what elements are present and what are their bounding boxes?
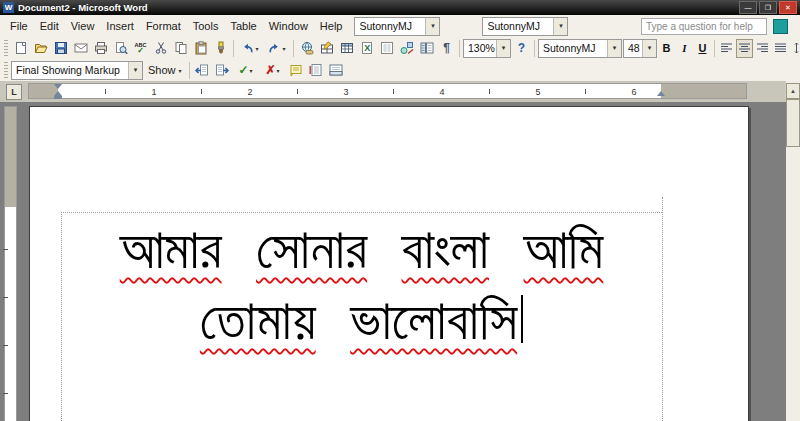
font-name-value: SutonnyMJ (539, 42, 607, 54)
text-boundary-top (61, 212, 662, 213)
text-cursor (521, 295, 523, 343)
keyboard-indicator-badge[interactable] (773, 19, 788, 34)
columns-button[interactable] (377, 39, 396, 58)
toolbar-separator (459, 40, 460, 57)
scrollbar-thumb[interactable] (786, 99, 800, 147)
right-indent-marker[interactable] (657, 91, 665, 96)
keyboard-font-combo-2-value: SutonnyMJ (483, 20, 553, 32)
show-menu-button[interactable]: Show ▾ (144, 61, 186, 80)
text-line-1[interactable]: আমার সোনার বাংলা আমি (61, 214, 662, 285)
copy-button[interactable] (171, 39, 190, 58)
ruler-right-margin-zone (661, 84, 746, 98)
italic-button[interactable]: I (676, 39, 693, 57)
open-folder-icon (34, 41, 48, 55)
bold-button[interactable]: B (658, 39, 675, 57)
toolbar-separator (293, 40, 294, 57)
vertical-ruler-ticks (3, 202, 8, 421)
cut-button[interactable] (151, 39, 170, 58)
chevron-down-icon: ▾ (425, 18, 439, 35)
tables-and-borders-button[interactable] (317, 39, 336, 58)
new-document-button[interactable] (11, 39, 30, 58)
display-for-review-combo[interactable]: Final Showing Markup ▾ (11, 61, 143, 80)
line-spacing-button[interactable]: ▾ (790, 39, 800, 58)
chevron-down-icon: ▾ (277, 67, 280, 74)
align-right-button[interactable] (754, 39, 771, 58)
undo-button[interactable]: ▾ (237, 39, 263, 58)
reject-change-button[interactable]: ✗ ▾ (260, 61, 286, 80)
scroll-up-button[interactable]: ▲ (786, 83, 800, 99)
comment-note-icon (289, 63, 303, 77)
insert-hyperlink-button[interactable] (297, 39, 316, 58)
insert-excel-worksheet-button[interactable]: X (357, 39, 376, 58)
word[interactable]: আমার (120, 214, 222, 285)
restore-button[interactable]: ❐ (759, 1, 777, 14)
menu-edit[interactable]: Edit (34, 17, 65, 35)
justify-button[interactable] (772, 39, 789, 58)
menu-help[interactable]: Help (314, 17, 349, 35)
excel-worksheet-icon: X (360, 41, 374, 55)
insert-table-button[interactable] (337, 39, 356, 58)
first-line-indent-marker[interactable] (54, 84, 62, 89)
word[interactable]: সোনার (256, 214, 367, 285)
next-change-button[interactable] (213, 61, 232, 80)
print-preview-button[interactable] (111, 39, 130, 58)
zoom-combo[interactable]: 130% ▾ (463, 39, 511, 58)
ruler-number: 5 (533, 87, 543, 97)
underline-button[interactable]: U (694, 39, 711, 57)
toolbar-separator (233, 40, 234, 57)
standard-toolbar: ABC ✓ (0, 37, 800, 60)
toolbar-separator (189, 62, 190, 79)
document-page[interactable]: আমার সোনার বাংলা আমি তোমায় ভালোবাসি (29, 106, 749, 421)
text-line-2[interactable]: তোমায় ভালোবাসি (61, 285, 662, 356)
chevron-down-icon: ▾ (128, 62, 142, 79)
track-changes-button[interactable] (307, 61, 326, 80)
email-button[interactable] (71, 39, 90, 58)
horizontal-ruler[interactable]: 1 2 3 4 5 6 (28, 83, 747, 99)
insert-comment-button[interactable] (287, 61, 306, 80)
title-bar[interactable]: W Document2 - Microsoft Word — ❐ ✕ (0, 0, 800, 15)
help-question-box[interactable]: Type a question for help (641, 18, 767, 35)
ruler-number: 3 (341, 87, 351, 97)
previous-change-button[interactable] (193, 61, 212, 80)
document-map-button[interactable] (417, 39, 436, 58)
paste-button[interactable] (191, 39, 210, 58)
menu-insert[interactable]: Insert (100, 17, 140, 35)
copy-icon (174, 41, 188, 55)
word[interactable]: তোমায় (200, 285, 316, 356)
word[interactable]: আমি (524, 214, 604, 285)
document-text[interactable]: আমার সোনার বাংলা আমি তোমায় ভালোবাসি (61, 214, 662, 356)
toolbar-grip-handle[interactable] (4, 40, 8, 56)
vertical-scrollbar[interactable]: ▲ (785, 81, 800, 421)
toolbar-separator (714, 40, 715, 57)
show-hide-paragraph-button[interactable]: ¶ (437, 39, 456, 58)
minimize-button[interactable]: — (739, 1, 757, 14)
font-size-combo[interactable]: 48 ▾ (623, 39, 657, 58)
menu-view[interactable]: View (65, 17, 101, 35)
align-left-button[interactable] (718, 39, 735, 58)
tab-stop-selector[interactable]: L (6, 84, 22, 100)
drawing-button[interactable] (397, 39, 416, 58)
keyboard-font-combo-1[interactable]: SutonnyMJ ▾ (354, 17, 440, 36)
print-button[interactable] (91, 39, 110, 58)
word[interactable]: ভালোবাসি (350, 285, 517, 356)
menu-format[interactable]: Format (140, 17, 187, 35)
open-button[interactable] (31, 39, 50, 58)
menu-window[interactable]: Window (263, 17, 314, 35)
spelling-grammar-button[interactable]: ABC ✓ (131, 39, 150, 58)
font-name-combo[interactable]: SutonnyMJ ▾ (538, 39, 622, 58)
word[interactable]: বাংলা (402, 214, 489, 285)
save-button[interactable] (51, 39, 70, 58)
format-painter-button[interactable] (211, 39, 230, 58)
menu-table[interactable]: Table (224, 17, 262, 35)
keyboard-font-combo-2[interactable]: SutonnyMJ ▾ (482, 17, 568, 36)
accept-change-button[interactable]: ✓ ▾ (233, 61, 259, 80)
align-center-button[interactable] (736, 39, 753, 58)
left-indent-marker[interactable] (54, 96, 62, 99)
toolbar-grip-handle[interactable] (4, 62, 8, 78)
menu-tools[interactable]: Tools (187, 17, 225, 35)
help-button[interactable]: ? (512, 39, 531, 58)
close-button[interactable]: ✕ (779, 1, 797, 14)
reviewing-pane-button[interactable] (327, 61, 346, 80)
redo-button[interactable]: ▾ (264, 39, 290, 58)
menu-file[interactable]: File (4, 17, 34, 35)
